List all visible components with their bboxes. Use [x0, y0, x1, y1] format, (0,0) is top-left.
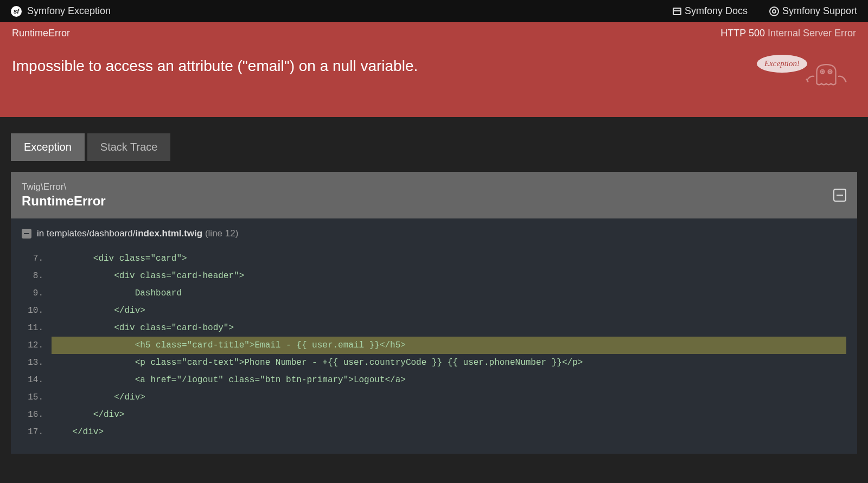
line-number: 7. [22, 250, 52, 267]
line-number: 14. [22, 371, 52, 389]
code-line: 14. <a href="/logout" class="btn btn-pri… [22, 371, 846, 389]
code-line: 17. </div> [22, 423, 846, 441]
collapse-button[interactable] [833, 189, 846, 202]
line-number: 11. [22, 319, 52, 337]
code-line: 7. <div class="card"> [22, 250, 846, 267]
svg-point-3 [829, 71, 831, 73]
line-number: 8. [22, 267, 52, 285]
support-link[interactable]: Symfony Support [769, 5, 857, 17]
exception-panel: Twig\Error\ RuntimeError in templates/da… [11, 172, 857, 454]
ghost-icon [802, 57, 851, 95]
tab-exception[interactable]: Exception [11, 133, 85, 161]
top-bar-right: Symfony Docs Symfony Support [673, 5, 857, 17]
http-code: HTTP 500 [720, 28, 765, 38]
code-line: 13. <p class="card-text">Phone Number - … [22, 354, 846, 371]
line-content: <div class="card-header"> [52, 267, 846, 285]
panel-body: in templates/dashboard/index.html.twig (… [11, 218, 857, 454]
error-header-top: RuntimeError HTTP 500 Internal Server Er… [0, 22, 868, 44]
top-bar: sf Symfony Exception Symfony Docs Symfon… [0, 0, 868, 22]
speech-bubble: Exception! [757, 55, 807, 73]
trace-path: in templates/dashboard/index.html.twig (… [37, 228, 238, 239]
error-header-main: Impossible to access an attribute ("emai… [0, 44, 868, 117]
line-content: Dashboard [52, 285, 846, 302]
line-number: 9. [22, 285, 52, 302]
http-status: HTTP 500 Internal Server Error [720, 28, 856, 39]
error-message: Impossible to access an attribute ("emai… [12, 57, 418, 75]
tab-stack-trace[interactable]: Stack Trace [87, 133, 171, 161]
code-line: 10. </div> [22, 302, 846, 319]
trace-dir: templates/dashboard/ [47, 228, 136, 239]
line-content: <div class="card"> [52, 250, 846, 267]
svg-point-2 [821, 71, 824, 73]
tabs-container: Exception Stack Trace [0, 117, 868, 161]
panel-header: Twig\Error\ RuntimeError [11, 172, 857, 218]
code-line: 15. </div> [22, 389, 846, 406]
symfony-logo-icon: sf [11, 6, 22, 17]
tabs: Exception Stack Trace [11, 133, 857, 161]
line-content: </div> [52, 302, 846, 319]
line-content: <h5 class="card-title">Email - {{ user.e… [52, 337, 846, 354]
error-type: RuntimeError [12, 28, 70, 39]
code-line: 8. <div class="card-header"> [22, 267, 846, 285]
trace-toggle-button[interactable] [22, 229, 31, 239]
ghost-illustration: Exception! [751, 57, 851, 95]
trace-location: in templates/dashboard/index.html.twig (… [22, 228, 846, 239]
line-number: 12. [22, 337, 52, 354]
trace-file: index.html.twig [135, 228, 202, 239]
trace-line-number: (line 12) [202, 228, 238, 239]
lifebuoy-icon [769, 7, 779, 16]
docs-link-label: Symfony Docs [685, 5, 748, 17]
exception-class: RuntimeError [22, 194, 106, 209]
line-number: 10. [22, 302, 52, 319]
line-number: 15. [22, 389, 52, 406]
line-content: <a href="/logout" class="btn btn-primary… [52, 371, 846, 389]
line-number: 16. [22, 406, 52, 423]
exception-namespace: Twig\Error\ [22, 182, 106, 192]
line-content: <p class="card-text">Phone Number - +{{ … [52, 354, 846, 371]
support-link-label: Symfony Support [782, 5, 857, 17]
code-line: 12. <h5 class="card-title">Email - {{ us… [22, 337, 846, 354]
line-content: <div class="card-body"> [52, 319, 846, 337]
line-content: </div> [52, 389, 846, 406]
http-text: Internal Server Error [768, 28, 856, 38]
top-bar-left: sf Symfony Exception [11, 5, 111, 17]
error-header: RuntimeError HTTP 500 Internal Server Er… [0, 22, 868, 117]
code-line: 16. </div> [22, 406, 846, 423]
exception-title: Twig\Error\ RuntimeError [22, 182, 106, 209]
docs-link[interactable]: Symfony Docs [673, 5, 748, 17]
line-content: </div> [52, 423, 846, 441]
book-icon [673, 8, 681, 15]
trace-prefix: in [37, 228, 47, 239]
line-content: </div> [52, 406, 846, 423]
page-title: Symfony Exception [27, 5, 111, 17]
line-number: 17. [22, 423, 52, 441]
code-block: 7. <div class="card">8. <div class="card… [22, 250, 846, 441]
line-number: 13. [22, 354, 52, 371]
code-line: 11. <div class="card-body"> [22, 319, 846, 337]
code-line: 9. Dashboard [22, 285, 846, 302]
